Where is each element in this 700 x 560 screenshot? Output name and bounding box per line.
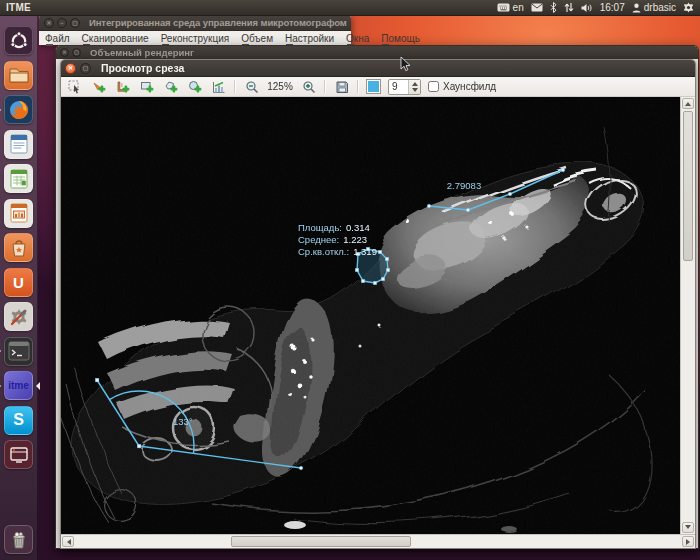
close-icon[interactable]: ✕ <box>60 48 69 57</box>
launcher-item-files[interactable] <box>4 61 33 90</box>
select-icon <box>68 80 82 94</box>
username: drbasic <box>644 2 676 13</box>
launcher-item-terminal[interactable] <box>4 337 33 366</box>
vertical-scroll-thumb[interactable] <box>683 111 693 261</box>
ellipse-roi-tool-button[interactable] <box>186 79 203 95</box>
rect-roi-tool-button[interactable] <box>138 79 155 95</box>
launcher-item-ubuntu-one[interactable]: U <box>4 268 33 297</box>
polygon-roi-tool-button[interactable] <box>162 79 179 95</box>
gear-icon <box>683 2 694 13</box>
handle[interactable] <box>508 192 512 196</box>
ct-slice-image[interactable]: 2.79083 133° Площадь:0.314 Среднее:1.223… <box>61 97 680 534</box>
menu-help[interactable]: Помощь <box>381 33 420 44</box>
zoom-level: 125% <box>267 81 293 92</box>
handle[interactable] <box>427 204 431 208</box>
slice-image-viewport[interactable]: 2.79083 133° Площадь:0.314 Среднее:1.223… <box>61 97 695 534</box>
histogram-icon <box>212 80 226 94</box>
launcher-item-trash[interactable] <box>4 525 33 554</box>
volume-indicator[interactable] <box>581 3 593 13</box>
mail-indicator[interactable] <box>531 3 543 12</box>
launcher-item-libreoffice-calc[interactable] <box>4 164 33 193</box>
volume-rendering-titlebar[interactable]: ✕ ▢ Объемный рендеринг <box>56 46 698 59</box>
session-menu[interactable] <box>683 2 694 13</box>
handle[interactable] <box>137 444 141 448</box>
menu-reconstruction[interactable]: Реконструкция <box>161 33 230 44</box>
scroll-down-button[interactable] <box>682 522 694 533</box>
skype-glyph: S <box>13 411 24 429</box>
menu-file[interactable]: Файл <box>45 33 70 44</box>
handle[interactable] <box>381 277 384 280</box>
firefox-icon <box>8 99 30 121</box>
launcher-item-system-settings[interactable] <box>4 302 33 331</box>
minimize-icon[interactable]: – <box>57 18 67 28</box>
network-indicator[interactable] <box>564 2 574 13</box>
ellipse-roi-icon <box>188 80 202 94</box>
handle[interactable] <box>378 250 381 253</box>
user-menu[interactable]: drbasic <box>632 2 676 13</box>
volume-rendering-title: Объемный рендеринг <box>90 47 194 58</box>
scroll-up-button[interactable] <box>682 98 694 109</box>
select-tool-button[interactable] <box>66 79 83 95</box>
close-icon[interactable]: ✕ <box>65 63 76 74</box>
clock[interactable]: 16:07 <box>600 2 625 13</box>
launcher-item-dash-home[interactable] <box>4 26 33 55</box>
probe-tool-button[interactable] <box>90 79 107 95</box>
menu-volume[interactable]: Объем <box>241 33 273 44</box>
slice-number-value[interactable]: 9 <box>389 80 408 94</box>
zoom-out-button[interactable] <box>243 79 260 95</box>
scroll-right-button[interactable] <box>682 536 694 547</box>
scroll-left-button[interactable] <box>62 536 74 547</box>
spin-up-button[interactable] <box>409 80 420 87</box>
bluetooth-indicator[interactable] <box>550 2 557 13</box>
slice-number-spinbox[interactable]: 9 <box>388 79 421 95</box>
calc-icon <box>10 169 28 189</box>
handle[interactable] <box>355 268 358 271</box>
menu-settings[interactable]: Настройки <box>285 33 334 44</box>
launcher-item-software-center[interactable] <box>4 233 33 262</box>
launcher-item-itme[interactable]: itme <box>4 371 33 400</box>
hounsfield-checkbox[interactable] <box>428 81 439 92</box>
restore-icon[interactable]: ▢ <box>72 48 81 57</box>
launcher-item-libreoffice-writer[interactable] <box>4 130 33 159</box>
volume-rendering-window: ✕ ▢ Объемный рендеринг ✕ ▢ Просмотр срез… <box>55 45 699 549</box>
mail-icon <box>531 3 543 12</box>
zoom-in-icon <box>302 80 316 94</box>
launcher-item-screenshot-tool[interactable] <box>4 440 33 469</box>
zoom-in-button[interactable] <box>300 79 317 95</box>
handle[interactable] <box>361 279 364 282</box>
main-app-window: ✕ – ▢ Интегрированная среда управления м… <box>39 15 351 45</box>
save-button[interactable] <box>333 79 350 95</box>
ruler-measure-tool-button[interactable] <box>114 79 131 95</box>
maximize-icon[interactable]: ▢ <box>70 18 80 28</box>
handle[interactable] <box>373 281 376 284</box>
launcher-item-skype[interactable]: S <box>4 406 33 435</box>
main-window-titlebar[interactable]: ✕ – ▢ Интегрированная среда управления м… <box>39 15 351 31</box>
handle[interactable] <box>386 268 389 271</box>
keyboard-layout: en <box>513 2 524 13</box>
restore-icon[interactable]: ▢ <box>80 63 91 74</box>
spin-down-button[interactable] <box>409 87 420 94</box>
launcher-item-firefox[interactable] <box>4 95 33 124</box>
menu-scanning[interactable]: Сканирование <box>82 33 149 44</box>
handle[interactable] <box>561 168 565 172</box>
writer-icon <box>10 134 28 154</box>
vertical-scrollbar[interactable] <box>680 97 695 534</box>
main-menubar: Файл Сканирование Реконструкция Объем На… <box>39 31 351 45</box>
keyboard-indicator[interactable]: en <box>497 2 524 13</box>
focused-app-name: ITME <box>6 2 31 13</box>
handle[interactable] <box>95 378 99 382</box>
launcher-item-libreoffice-impress[interactable] <box>4 199 33 228</box>
handle[interactable] <box>466 208 470 212</box>
running-indicator <box>0 347 5 355</box>
histogram-tool-button[interactable] <box>210 79 227 95</box>
slice-view-titlebar[interactable]: ✕ ▢ Просмотр среза <box>61 60 695 77</box>
handle[interactable] <box>385 257 388 260</box>
menu-windows[interactable]: Окна <box>346 33 369 44</box>
horizontal-scrollbar[interactable] <box>61 534 695 548</box>
close-icon[interactable]: ✕ <box>44 18 54 28</box>
keyboard-icon <box>497 3 510 12</box>
bluetooth-icon <box>550 2 557 13</box>
handle[interactable] <box>299 466 303 470</box>
annotation-color-swatch[interactable] <box>366 79 381 94</box>
horizontal-scroll-thumb[interactable] <box>231 536 411 547</box>
